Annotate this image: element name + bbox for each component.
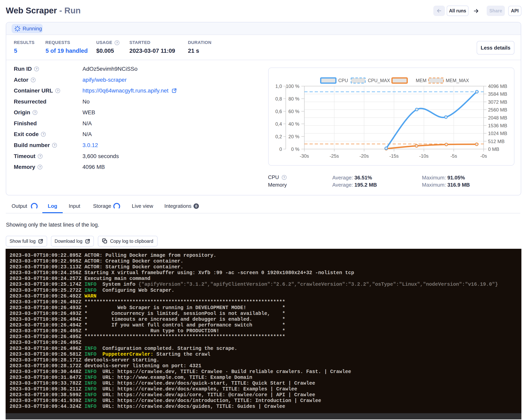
svg-text:-15s: -15s bbox=[389, 153, 399, 159]
svg-text:40 %: 40 % bbox=[288, 121, 299, 127]
svg-text:0,4: 0,4 bbox=[275, 121, 282, 127]
svg-text:-10s: -10s bbox=[419, 153, 429, 159]
svg-text:60 %: 60 % bbox=[288, 109, 299, 114]
svg-text:512 MB: 512 MB bbox=[488, 139, 505, 144]
svg-text:4096 MB: 4096 MB bbox=[488, 83, 507, 89]
svg-text:-0s: -0s bbox=[480, 153, 487, 159]
svg-text:20 %: 20 % bbox=[288, 134, 299, 139]
svg-text:0,6: 0,6 bbox=[275, 109, 282, 114]
svg-text:-5s: -5s bbox=[451, 153, 457, 159]
svg-text:-30s: -30s bbox=[300, 153, 309, 159]
svg-text:1536 MB: 1536 MB bbox=[488, 123, 507, 128]
svg-text:-20s: -20s bbox=[359, 153, 369, 159]
svg-text:1024 MB: 1024 MB bbox=[488, 131, 507, 136]
svg-text:100 %: 100 % bbox=[286, 83, 299, 89]
svg-text:0,8: 0,8 bbox=[275, 96, 282, 102]
svg-text:0: 0 bbox=[279, 146, 282, 152]
svg-text:MEM_MAX: MEM_MAX bbox=[446, 78, 469, 83]
svg-text:MEM: MEM bbox=[416, 78, 426, 83]
svg-text:2048 MB: 2048 MB bbox=[488, 115, 507, 121]
svg-text:80 %: 80 % bbox=[288, 96, 299, 102]
svg-text:CPU_MAX: CPU_MAX bbox=[368, 78, 390, 83]
svg-text:CPU: CPU bbox=[338, 78, 348, 83]
svg-text:-25s: -25s bbox=[330, 153, 339, 159]
svg-text:0 %: 0 % bbox=[291, 146, 299, 152]
svg-text:0,2: 0,2 bbox=[275, 134, 282, 139]
svg-text:1,0: 1,0 bbox=[275, 83, 282, 89]
svg-text:2560 MB: 2560 MB bbox=[488, 107, 507, 113]
svg-text:3072 MB: 3072 MB bbox=[488, 99, 507, 105]
svg-text:3584 MB: 3584 MB bbox=[488, 91, 507, 97]
svg-text:0 MB: 0 MB bbox=[488, 146, 499, 152]
